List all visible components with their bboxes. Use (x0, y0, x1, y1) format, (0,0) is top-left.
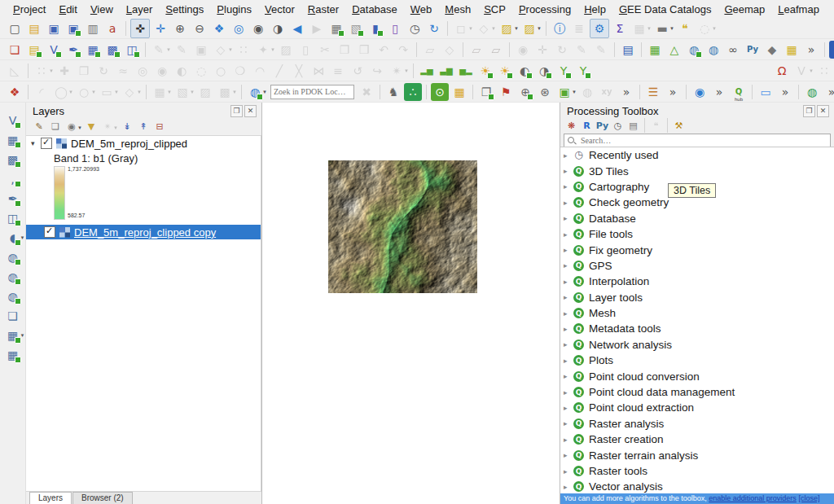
dropdown-arrow-icon[interactable]: ▼ (167, 90, 172, 94)
dock-tab-layers[interactable]: Layers (29, 492, 72, 504)
collapse-all-button[interactable]: ↟ (136, 119, 151, 134)
shield-plugin-button[interactable]: ◆ (763, 41, 781, 59)
copy-canvas-button[interactable]: ❐ (477, 83, 495, 101)
help-contents-button[interactable]: ? (829, 41, 834, 59)
pdok-clear-button[interactable]: ✖ (358, 83, 375, 101)
identify-features-button[interactable]: ⓘ (551, 20, 568, 37)
scp-contrast-minus-button[interactable]: ◑ (535, 62, 553, 80)
add-wcs-layer-button[interactable]: ◍ (4, 268, 22, 286)
menu-processing[interactable]: Processing (512, 2, 577, 17)
dropdown-arrow-icon[interactable]: ▼ (20, 333, 25, 338)
toolbox-group-layer-tools[interactable]: ▸QLayer tools (560, 290, 834, 305)
expand-arrow-icon[interactable]: ▸ (564, 261, 573, 270)
menu-layer[interactable]: Layer (120, 2, 160, 17)
zoom-native-resolution-button[interactable]: ◑ (269, 20, 287, 37)
layer-labeling-options-button[interactable]: ▱ (421, 41, 439, 59)
toolbox-group-3d-tiles[interactable]: ▸Q3D Tiles (560, 163, 834, 178)
measure-button[interactable]: ▬▼ (653, 20, 671, 37)
zoom-to-points-button[interactable]: ⊛ (536, 83, 554, 101)
menu-vector[interactable]: Vector (258, 2, 301, 17)
layer-row-dem-copy-selected[interactable]: DEM_5m_reproj_clipped copy (26, 225, 261, 239)
add-virtual-layer-button[interactable]: ◫ (4, 209, 22, 227)
select-by-value-button[interactable]: ▨▼ (520, 20, 538, 37)
offset-point-symbols-button[interactable]: ↪ (368, 62, 386, 80)
toolbox-group-raster-creation[interactable]: ▸QRaster creation (560, 432, 834, 447)
layer-checkbox[interactable] (41, 138, 52, 149)
toolbox-group-raster-terrain-analysis[interactable]: ▸QRaster terrain analysis (560, 447, 834, 462)
edit-features-in-place-button[interactable]: ❝ (649, 119, 663, 133)
rotate-feature-button[interactable]: ↻ (94, 62, 112, 80)
data-source-manager-button[interactable]: ❏ (6, 41, 24, 59)
pin-labels-button[interactable]: ▱ (467, 41, 485, 59)
show-hidden-labels-button[interactable]: ◉ (514, 41, 532, 59)
add-mesh-layer-button[interactable]: ▩ (4, 151, 22, 169)
new-map-view-button[interactable]: ▦ (327, 20, 345, 37)
dropdown-arrow-icon[interactable]: ▼ (809, 68, 814, 73)
split-parts-button[interactable]: ╳ (290, 62, 308, 80)
menu-leafmap[interactable]: Leafmap (771, 2, 826, 17)
layer-name[interactable]: DEM_5m_reproj_clipped copy (74, 226, 216, 239)
overflow-5-button[interactable]: » (823, 83, 834, 101)
dropdown-arrow-icon[interactable]: ▼ (669, 26, 674, 31)
dropdown-arrow-icon[interactable]: ▼ (68, 90, 73, 94)
toolbox-group-raster-analysis[interactable]: ▸QRaster analysis (560, 416, 834, 432)
xy-tool-button[interactable]: xy (598, 83, 616, 101)
undo-button[interactable]: ↶ (375, 41, 393, 59)
new-geopackage-layer-button[interactable]: ▤ (25, 41, 43, 59)
scp-sun-minus-button[interactable]: ☀ (496, 62, 514, 80)
expander-icon[interactable]: ▾ (31, 139, 41, 147)
menu-view[interactable]: View (84, 2, 120, 17)
add-group-button[interactable]: ❏ (48, 119, 63, 134)
dock-tab-browser-2-[interactable]: Browser (2) (72, 492, 133, 504)
new-mesh-layer-button[interactable]: ▦ (84, 41, 102, 59)
expand-arrow-icon[interactable]: ▸ (564, 167, 573, 175)
dropdown-arrow-icon[interactable]: ▼ (232, 90, 237, 94)
overflow-2-button[interactable]: » (664, 83, 682, 101)
add-wfs-layer-button[interactable]: ◍ (4, 287, 22, 305)
show-bookmarks-button[interactable]: ▯ (386, 20, 404, 37)
fill-ring-button[interactable]: ◐ (173, 62, 191, 80)
add-mesh-chip-button[interactable]: ▦▼ (4, 327, 22, 344)
expand-arrow-icon[interactable]: ▸ (564, 451, 573, 459)
add-polygon-feature-button[interactable]: ◇▼ (212, 41, 230, 59)
pan-map-button[interactable]: ✜ (130, 19, 150, 38)
map-tips-button[interactable]: ❝ (676, 20, 694, 37)
expand-arrow-icon[interactable]: ▸ (564, 340, 573, 348)
globe-disabled-button[interactable]: ◍ (578, 83, 596, 101)
change-label-button[interactable]: ✎ (573, 41, 590, 59)
cad-dock-button[interactable]: ◺ (6, 62, 24, 80)
menu-geemap[interactable]: Geemap (718, 2, 771, 17)
scp-value-plus-button[interactable]: Y (555, 62, 573, 80)
plugin-map-select-button[interactable]: ▦ (646, 41, 664, 59)
scp-histogram-3-button[interactable]: ▅▂ (457, 62, 475, 80)
map-edit-plugin-button[interactable]: ▦ (450, 83, 468, 101)
rotate-label-button[interactable]: ↻ (553, 41, 571, 59)
menu-project[interactable]: Project (7, 2, 52, 17)
expand-arrow-icon[interactable]: ▸ (564, 372, 573, 380)
pdok-services-button[interactable]: ◍▼ (246, 83, 264, 101)
add-ring-button[interactable]: ◎ (134, 62, 151, 80)
merge-attributes-button[interactable]: ≡ (329, 62, 347, 80)
close-info-link[interactable]: [close] (798, 494, 819, 502)
new-gpx-layer-button[interactable]: ▩ (103, 41, 121, 59)
overflow-3-button[interactable]: » (710, 83, 728, 101)
filter-by-expression-button[interactable]: ✴▼ (100, 119, 115, 134)
plugin-dots-button[interactable]: ❖ (6, 83, 24, 101)
reshape-features-button[interactable]: ❍ (231, 62, 249, 80)
mesh-select-button[interactable]: ▧▼ (173, 83, 191, 101)
dropdown-arrow-icon[interactable]: ▼ (91, 90, 96, 94)
zoom-out-button[interactable]: ⊖ (191, 20, 208, 37)
toolbox-group-vector-analysis[interactable]: ▸QVector analysis (560, 479, 834, 493)
expand-arrow-icon[interactable]: ▸ (564, 278, 573, 286)
expand-arrow-icon[interactable]: ▸ (564, 309, 573, 318)
quickmapservices-add-button[interactable]: ◍ (685, 41, 703, 59)
move-feature-button[interactable]: ✚ (55, 62, 73, 80)
change-label-properties-button[interactable]: ✎ (592, 41, 610, 59)
zoom-last-button[interactable]: ◀ (288, 20, 306, 37)
add-delimited-text-layer-button[interactable]: , (4, 170, 22, 188)
move-label-button[interactable]: ✛ (533, 41, 551, 59)
eagle-plugin-button[interactable]: ♞ (384, 83, 402, 101)
models-button[interactable]: ❋ (564, 119, 578, 133)
rectangle-tool-button[interactable]: ▭▼ (98, 83, 116, 101)
layer-name[interactable]: DEM_5m_reproj_clipped (71, 138, 187, 150)
